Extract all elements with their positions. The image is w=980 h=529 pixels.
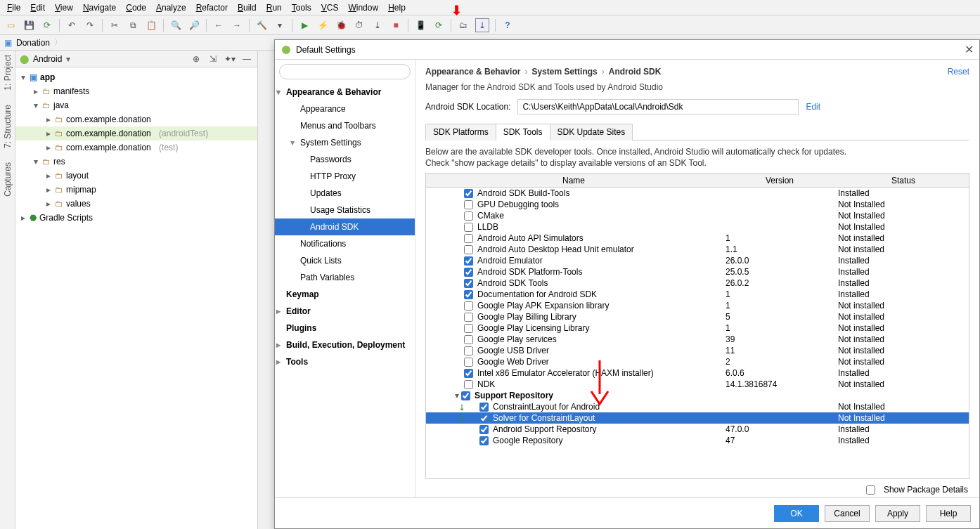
cat-appearance-behavior[interactable]: ▾Appearance & Behavior bbox=[275, 84, 415, 100]
locate-icon[interactable]: ⊕ bbox=[190, 53, 202, 65]
help-icon[interactable]: ? bbox=[501, 19, 514, 32]
sdk-row[interactable]: Android SDK Platform-Tools25.0.5Installe… bbox=[426, 266, 969, 277]
node-layout[interactable]: layout bbox=[66, 171, 89, 181]
menu-build[interactable]: Build bbox=[233, 1, 261, 14]
sdk-row[interactable]: Google Play APK Expansion library1Not in… bbox=[426, 300, 969, 311]
open-icon[interactable]: ▭ bbox=[4, 19, 17, 32]
back-icon[interactable]: ← bbox=[212, 19, 225, 32]
sdk-row[interactable]: NDK14.1.3816874Not installed bbox=[426, 379, 969, 390]
menu-refactor[interactable]: Refactor bbox=[192, 1, 232, 14]
menu-help[interactable]: Help bbox=[384, 1, 410, 14]
cat-appearance[interactable]: Appearance bbox=[275, 100, 415, 117]
col-header-name[interactable]: Name bbox=[426, 176, 721, 185]
ok-button[interactable]: OK bbox=[774, 505, 819, 522]
stop-icon[interactable]: ■ bbox=[389, 19, 402, 32]
cat-updates[interactable]: Updates bbox=[275, 185, 415, 202]
sdk-item-checkbox[interactable] bbox=[464, 189, 473, 198]
config-select[interactable]: ▾ bbox=[273, 19, 286, 32]
cat-editor[interactable]: ▸Editor bbox=[275, 303, 415, 320]
sdk-row[interactable]: Google Web Driver2Not installed bbox=[426, 356, 969, 367]
sdk-item-checkbox[interactable] bbox=[464, 234, 473, 243]
cat-android-sdk[interactable]: Android SDK bbox=[275, 218, 415, 235]
cat-plugins[interactable]: Plugins bbox=[275, 320, 415, 337]
cancel-button[interactable]: Cancel bbox=[825, 505, 870, 522]
help-button[interactable]: Help bbox=[926, 505, 971, 522]
sdk-item-checkbox[interactable] bbox=[464, 313, 473, 322]
cat-notifications[interactable]: Notifications bbox=[275, 235, 415, 252]
make-icon[interactable]: 🔨 bbox=[255, 19, 268, 32]
sdk-row[interactable]: Android Auto API Simulators1Not installe… bbox=[426, 233, 969, 244]
menu-code[interactable]: Code bbox=[122, 1, 150, 14]
tab-sdk-platforms[interactable]: SDK Platforms bbox=[425, 124, 496, 141]
sdk-item-checkbox[interactable] bbox=[479, 403, 489, 412]
cat-keymap[interactable]: Keymap bbox=[275, 286, 415, 303]
cat-path-variables[interactable]: Path Variables bbox=[275, 269, 415, 286]
sdk-row[interactable]: ⤓ConstraintLayout for AndroidNot Install… bbox=[426, 401, 969, 412]
sdk-row[interactable]: ⤓Solver for ConstraintLayoutNot Installe… bbox=[426, 412, 969, 424]
run-icon[interactable]: ▶ bbox=[298, 19, 311, 32]
sdk-item-checkbox[interactable] bbox=[464, 301, 473, 311]
settings-search-input[interactable] bbox=[279, 64, 411, 79]
sdk-item-checkbox[interactable] bbox=[479, 425, 489, 434]
sdk-row[interactable]: Android Emulator26.0.0Installed bbox=[426, 255, 969, 266]
show-package-details-checkbox[interactable] bbox=[866, 485, 875, 495]
sdk-item-checkbox[interactable] bbox=[464, 369, 473, 378]
apply-changes-icon[interactable]: ⚡ bbox=[316, 19, 329, 32]
sdk-row[interactable]: Android SDK Build-ToolsInstalled bbox=[426, 188, 969, 199]
sdk-item-checkbox[interactable] bbox=[464, 380, 473, 389]
cat-menus-toolbars[interactable]: Menus and Toolbars bbox=[275, 117, 415, 134]
sdk-row[interactable]: Documentation for Android SDK1Installed bbox=[426, 289, 969, 300]
breadcrumb-project[interactable]: Donation bbox=[16, 38, 50, 48]
sdk-item-checkbox[interactable] bbox=[464, 290, 473, 299]
sync-icon[interactable]: ⟳ bbox=[41, 19, 53, 32]
node-mipmap[interactable]: mipmap bbox=[66, 185, 96, 195]
attach-icon[interactable]: ⤓ bbox=[371, 19, 384, 32]
node-manifests[interactable]: manifests bbox=[53, 86, 89, 96]
project-view-selector[interactable]: Android bbox=[33, 54, 62, 64]
close-icon[interactable]: ✕ bbox=[965, 43, 974, 56]
tab-sdk-update-sites[interactable]: SDK Update Sites bbox=[550, 124, 633, 141]
reset-link[interactable]: Reset bbox=[948, 67, 969, 77]
sdk-item-checkbox[interactable] bbox=[464, 245, 473, 254]
redo-icon[interactable]: ↷ bbox=[84, 19, 96, 32]
menu-run[interactable]: Run bbox=[262, 1, 286, 14]
menu-navigate[interactable]: Navigate bbox=[79, 1, 120, 14]
sdk-location-edit-link[interactable]: Edit bbox=[806, 102, 820, 112]
apply-button[interactable]: Apply bbox=[875, 505, 920, 522]
sdk-row[interactable]: CMakeNot Installed bbox=[426, 210, 969, 221]
cat-build-exec[interactable]: ▸Build, Execution, Deployment bbox=[275, 337, 415, 353]
undo-icon[interactable]: ↶ bbox=[65, 19, 78, 32]
project-tree[interactable]: ▾▣app ▸🗀manifests ▾🗀java ▸🗀com.example.d… bbox=[15, 67, 257, 529]
hide-icon[interactable]: — bbox=[240, 53, 253, 65]
sdk-item-checkbox[interactable] bbox=[464, 324, 473, 333]
chevron-down-icon[interactable]: ▾ bbox=[66, 54, 70, 64]
cat-system-settings[interactable]: ▾System Settings bbox=[275, 134, 415, 151]
sdk-row[interactable]: Google Play Licensing Library1Not instal… bbox=[426, 322, 969, 334]
paste-icon[interactable]: 📋 bbox=[145, 19, 157, 32]
node-values[interactable]: values bbox=[66, 199, 91, 209]
sdk-row[interactable]: Google Play Billing Library5Not installe… bbox=[426, 311, 969, 322]
module-app[interactable]: app bbox=[40, 72, 55, 82]
node-pkg3[interactable]: com.example.donation bbox=[66, 143, 151, 152]
debug-icon[interactable]: 🐞 bbox=[335, 19, 347, 32]
sdk-row[interactable]: Google USB Driver11Not installed bbox=[426, 345, 969, 356]
sdk-row[interactable]: Intel x86 Emulator Accelerator (HAXM ins… bbox=[426, 367, 969, 379]
node-pkg1[interactable]: com.example.donation bbox=[66, 115, 151, 124]
sdk-item-checkbox[interactable] bbox=[464, 256, 473, 266]
gear-icon[interactable]: ✦▾ bbox=[224, 53, 236, 65]
sdk-item-checkbox[interactable] bbox=[464, 346, 473, 355]
menu-edit[interactable]: Edit bbox=[26, 1, 49, 14]
sdk-row[interactable]: LLDBNot Installed bbox=[426, 221, 969, 233]
menu-tools[interactable]: Tools bbox=[288, 1, 316, 14]
sdk-row[interactable]: Android Support Repository47.0.0Installe… bbox=[426, 424, 969, 435]
profile-icon[interactable]: ⏱ bbox=[353, 19, 366, 32]
sdk-item-checkbox[interactable] bbox=[479, 414, 489, 423]
menu-file[interactable]: File bbox=[3, 1, 25, 14]
rail-project-tab[interactable]: 1: Project bbox=[3, 55, 13, 91]
sdk-item-checkbox[interactable] bbox=[464, 223, 473, 232]
sdk-row[interactable]: GPU Debugging toolsNot Installed bbox=[426, 199, 969, 210]
expander-icon[interactable]: ▾ bbox=[453, 391, 461, 400]
cat-http-proxy[interactable]: HTTP Proxy bbox=[275, 168, 415, 185]
avd-icon[interactable]: 📱 bbox=[414, 19, 427, 32]
sdk-row[interactable]: Android SDK Tools26.0.2Installed bbox=[426, 277, 969, 289]
